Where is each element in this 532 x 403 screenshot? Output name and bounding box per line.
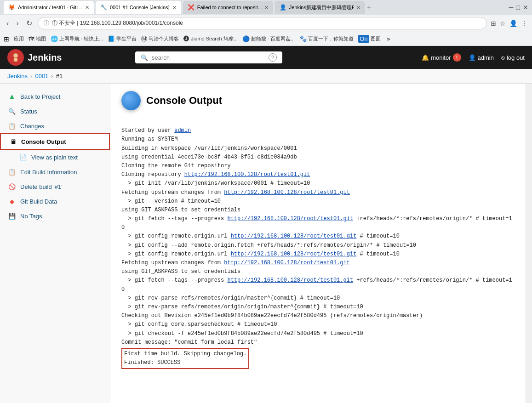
profile-button[interactable]: 👤: [509, 20, 517, 27]
breadcrumb: Jenkins › 0001 › #1: [0, 69, 532, 84]
breadcrumb-sep2: ›: [51, 73, 53, 79]
jenkins-search-container[interactable]: 🔍 ?: [135, 51, 282, 63]
sidebar-no-tags-label: No Tags: [20, 213, 42, 220]
repo-link-7[interactable]: http://192.168.100.128/root/test01.git: [227, 277, 353, 284]
sidebar-item-no-tags[interactable]: 💾 No Tags: [0, 209, 110, 223]
more-bookmarks[interactable]: »: [387, 36, 390, 42]
search-input[interactable]: [152, 54, 265, 61]
logout-icon: ⎋: [501, 54, 505, 61]
repo-link-5[interactable]: http://192.168.100.128/root/test01.git: [231, 251, 357, 257]
jenkins-logo-icon: [7, 49, 24, 66]
sidebar-item-console-output[interactable]: 🖥 Console Output: [0, 133, 110, 150]
breadcrumb-current: #1: [56, 73, 63, 79]
content-area: Console Output Started by user admin Run…: [110, 84, 526, 403]
jenkins-logo[interactable]: Jenkins: [7, 49, 62, 66]
tab3-close[interactable]: ✕: [264, 5, 269, 11]
sidebar-item-back-to-project[interactable]: ▲ Back to Project: [0, 89, 110, 104]
sidebar-item-edit-build-info[interactable]: 📋 Edit Build Information: [0, 165, 110, 179]
refresh-button[interactable]: ↻: [24, 17, 34, 29]
tab4-label: Jenkins新建项目中源码管理R...: [289, 4, 354, 11]
bookmark-map[interactable]: 🗺 地图: [29, 35, 46, 42]
tab4-close[interactable]: ✕: [356, 5, 360, 11]
repo-link-1[interactable]: http://192.168.100.128/root/test01.git: [184, 171, 310, 178]
monitor-button[interactable]: 🔔 monitor 1: [422, 53, 461, 62]
repo-link-2[interactable]: http://192.168.100.128/root/test01.git: [224, 189, 350, 196]
sidebar: ▲ Back to Project 🔍 Status 📋 Changes 🖥 C…: [0, 84, 110, 403]
admin-label: admin: [478, 54, 494, 61]
sidebar-console-output-label: Console Output: [21, 138, 66, 145]
jenkins-header: Jenkins 🔍 ? 🔔 monitor 1 👤 admin ⎋ log ou…: [0, 46, 532, 69]
sidebar-status-label: Status: [20, 108, 37, 115]
bookmarks-bar: ⊞ 应用 🗺 地图 🌐 上网导航 · 轻快上... 📘 学生平台 Ⓜ 马治个人博…: [0, 32, 532, 46]
bookmark-apps[interactable]: 应用: [14, 35, 24, 42]
bookmark-on[interactable]: On 图圆: [358, 35, 380, 43]
address-text: ① 不安全 | 192.168.100.129:8080/job/0001/1/…: [52, 19, 183, 27]
bookmark-button[interactable]: ☆: [500, 20, 506, 27]
browser-tab-3[interactable]: ❌ Failed to connect to reposit... ✕: [183, 1, 273, 14]
bookmark-baidu[interactable]: 🐾 百度一下，你就知道: [299, 35, 354, 42]
svg-rect-1: [14, 58, 17, 62]
breadcrumb-sep1: ›: [30, 73, 32, 79]
bell-icon: 🔔: [422, 54, 429, 61]
bookmark-superso-label: 超能搜 · 百度网盘...: [251, 35, 295, 42]
browser-tab-1[interactable]: 🦊 Administrator / test01 · GitL... ✕: [4, 1, 94, 14]
bookmark-superso[interactable]: 🔵 超能搜 · 百度网盘...: [242, 35, 295, 42]
main-layout: ▲ Back to Project 🔍 Status 📋 Changes 🖥 C…: [0, 84, 532, 403]
console-output-text: Started by user admin Running as SYSTEM …: [121, 118, 515, 378]
success-highlight: First time build. Skipping changelog. Fi…: [121, 348, 249, 369]
monitor-badge: 1: [453, 53, 461, 62]
console-line-1: Started by user admin Running as SYSTEM …: [121, 127, 512, 346]
scrollbar[interactable]: [526, 84, 532, 403]
no-tags-icon: 💾: [7, 211, 17, 221]
browser-tab-2[interactable]: 🔧 0001 #1 Console [Jenkins] ✕: [96, 1, 181, 14]
tab1-icon: 🦊: [8, 4, 15, 11]
menu-button[interactable]: ⋮: [521, 20, 527, 27]
svg-point-0: [13, 53, 18, 58]
close-window-button[interactable]: ✕: [523, 4, 528, 11]
repo-link-6[interactable]: http://192.168.100.128/root/test01.git: [224, 260, 350, 266]
breadcrumb-jenkins[interactable]: Jenkins: [7, 73, 28, 79]
delete-build-icon: 🚫: [7, 182, 17, 191]
monitor-count: 1: [455, 55, 458, 60]
bookmark-jiumo-label: Jiumo Search 鸠摩...: [191, 35, 237, 42]
sidebar-back-to-project-label: Back to Project: [20, 93, 60, 100]
browser-icons: ⊞ ☆ 👤 ⋮: [491, 20, 527, 27]
maximize-button[interactable]: □: [516, 4, 520, 11]
translate-button[interactable]: ⊞: [491, 20, 496, 27]
admin-link[interactable]: admin: [174, 127, 191, 134]
bookmark-student-label: 学生平台: [116, 35, 137, 42]
console-output-heading: Console Output: [146, 95, 222, 107]
bookmark-jiumo[interactable]: 🅙 Jiumo Search 鸠摩...: [183, 35, 237, 42]
forward-button[interactable]: ›: [14, 17, 20, 29]
back-button[interactable]: ‹: [5, 17, 11, 29]
repo-link-4[interactable]: http://192.168.100.128/root/test01.git: [231, 233, 357, 239]
tab1-close[interactable]: ✕: [85, 5, 89, 11]
bookmark-student[interactable]: 📘 学生平台: [108, 35, 137, 42]
bookmark-nav[interactable]: 🌐 上网导航 · 轻快上...: [51, 35, 103, 42]
sidebar-item-git-build-data[interactable]: ◆ Git Build Data: [0, 194, 110, 209]
minimize-button[interactable]: ─: [509, 4, 514, 11]
sidebar-item-delete-build[interactable]: 🚫 Delete build '#1': [0, 179, 110, 194]
jenkins-logo-text: Jenkins: [28, 52, 62, 63]
status-icon: 🔍: [7, 107, 17, 116]
sidebar-item-status[interactable]: 🔍 Status: [0, 104, 110, 119]
search-help-icon[interactable]: ?: [269, 53, 277, 62]
new-tab-button[interactable]: +: [367, 3, 371, 11]
breadcrumb-0001[interactable]: 0001: [35, 73, 48, 79]
address-bar[interactable]: ⓘ ① 不安全 | 192.168.100.129:8080/job/0001/…: [38, 17, 487, 29]
repo-link-3[interactable]: http://192.168.100.128/root/test01.git: [227, 216, 353, 222]
browser-tab-4[interactable]: 👤 Jenkins新建项目中源码管理R... ✕: [275, 1, 365, 14]
logout-button[interactable]: ⎋ log out: [501, 54, 525, 61]
admin-menu[interactable]: 👤 admin: [469, 54, 494, 61]
tab2-close[interactable]: ✕: [172, 5, 177, 11]
bookmark-blog[interactable]: Ⓜ 马治个人博客: [141, 35, 179, 43]
browser-title-bar: 🦊 Administrator / test01 · GitL... ✕ 🔧 0…: [0, 0, 532, 15]
sidebar-item-changes[interactable]: 📋 Changes: [0, 119, 110, 133]
admin-icon: 👤: [469, 54, 476, 61]
tab3-label: Failed to connect to reposit...: [197, 5, 262, 10]
jenkins-header-right: 🔔 monitor 1 👤 admin ⎋ log out: [422, 53, 525, 62]
monitor-label: monitor: [431, 54, 451, 61]
edit-build-icon: 📋: [7, 167, 17, 176]
bookmark-baidu-label: 百度一下，你就知道: [308, 35, 354, 42]
sidebar-item-view-plain-text[interactable]: 📄 View as plain text: [0, 150, 110, 165]
